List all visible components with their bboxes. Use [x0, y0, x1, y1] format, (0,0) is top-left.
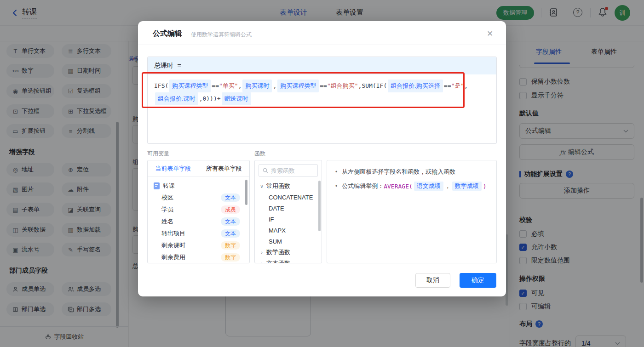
tip-close-paren: ) [483, 183, 487, 190]
tab-current-form-fields[interactable]: 当前表单字段 [148, 160, 199, 176]
function-item[interactable]: CONCATENATE [255, 192, 322, 203]
variable-type-badge: 数字 [221, 253, 240, 262]
variable-type-badge: 文本 [221, 229, 240, 238]
cancel-button[interactable]: 取消 [415, 273, 450, 288]
variable-name: 姓名 [161, 217, 173, 226]
variable-name: 校区 [161, 193, 173, 202]
bullet-icon: • [335, 169, 337, 175]
tip-field-chip: 数学成绩 [452, 182, 482, 191]
variable-type-badge: 文本 [221, 193, 240, 202]
variable-name: 学员 [161, 205, 173, 214]
formula-body[interactable]: IFS(购买课程类型=="单买",购买课时,购买课程类型=="组合购买",SUM… [148, 74, 496, 110]
variable-name: 剩余课时 [161, 241, 185, 250]
variables-label: 可用变量 [147, 150, 169, 158]
formula-field-chip[interactable]: 组合报价.购买选择 [388, 80, 443, 92]
formula-editor[interactable]: 总课时 = IFS(购买课程类型=="单买",购买课时,购买课程类型=="组合购… [147, 57, 497, 144]
function-item[interactable]: DATE [255, 203, 322, 214]
tip-field-chip: 语文成绩 [414, 182, 443, 191]
variables-root-label: 转课 [163, 182, 175, 190]
formula-token: "组合购买" [327, 82, 358, 89]
formula-token: ,SUM(IF( [358, 82, 387, 89]
formula-token: , [238, 82, 242, 89]
modal-subtitle: 使用数学运算符编辑公式 [191, 31, 252, 39]
formula-field-chip[interactable]: 购买课程类型 [277, 80, 319, 92]
tab-all-form-fields[interactable]: 所有表单字段 [199, 160, 250, 176]
variables-list: 转课 校区文本 学员成员 姓名文本 转出项目文本 剩余课时数字 剩余费用数字 [148, 177, 249, 263]
app-root: 转课 表单设计 表单设置 数据管理 ? 训 表单外链 后端脚本 [0, 0, 644, 347]
formula-token: ,0)))+ [199, 95, 221, 102]
variable-item[interactable]: 学员成员 [148, 204, 249, 216]
bullet-icon: • [335, 183, 337, 189]
variable-type-badge: 成员 [221, 205, 240, 214]
variable-item[interactable]: 姓名文本 [148, 216, 249, 228]
formula-target-header: 总课时 = [148, 57, 496, 74]
variable-type-badge: 数字 [221, 241, 240, 250]
formula-token: == [320, 82, 327, 89]
tip-example-label: 公式编辑举例： [342, 182, 384, 190]
variable-item[interactable]: 剩余课时数字 [148, 239, 249, 251]
variables-tabs: 当前表单字段 所有表单字段 [148, 160, 249, 177]
function-item[interactable]: SUM [255, 236, 322, 247]
function-search-input[interactable] [271, 167, 312, 174]
formula-token: , [464, 82, 468, 89]
function-group-label: 常用函数 [266, 182, 290, 190]
variable-name: 转出项目 [161, 229, 185, 238]
function-item[interactable]: MAPX [255, 225, 322, 236]
modal-header: 公式编辑 使用数学运算符编辑公式 ✕ [138, 21, 506, 45]
formula-token: == [444, 82, 451, 89]
variable-item[interactable]: 剩余费用数字 [148, 251, 249, 263]
functions-panel: ∨常用函数 CONCATENATE DATE IF MAPX SUM ›数学函数… [254, 160, 322, 263]
formula-line-2: 组合报价.课时,0)))+赠送课时 [154, 92, 490, 105]
variables-scrollbar[interactable] [245, 180, 247, 205]
formula-editor-modal: 公式编辑 使用数学运算符编辑公式 ✕ 总课时 = IFS(购买课程类型=="单买… [138, 21, 506, 296]
variables-panel: 当前表单字段 所有表单字段 转课 校区文本 学员成员 姓名文本 转出项目文本 剩… [147, 160, 250, 263]
formula-token: IFS( [154, 82, 168, 89]
formula-token: "是" [451, 82, 465, 89]
modal-title: 公式编辑 [153, 29, 182, 39]
function-group-common[interactable]: ∨常用函数 [255, 181, 322, 192]
formula-field-chip[interactable]: 购买课程类型 [169, 80, 211, 92]
formula-field-chip[interactable]: 购买课时 [242, 80, 272, 92]
formula-line-1: IFS(购买课程类型=="单买",购买课时,购买课程类型=="组合购买",SUM… [154, 80, 490, 92]
function-group-text[interactable]: ›文本函数 [255, 258, 322, 263]
tip-function-name: AVERAGE( [384, 183, 413, 190]
tip-comma: ， [445, 182, 451, 190]
function-search[interactable] [259, 164, 318, 177]
form-doc-icon [154, 182, 160, 189]
tip-line-2: •公式编辑举例：AVERAGE(语文成绩，数学成绩) [335, 182, 488, 191]
chevron-right-icon: › [259, 261, 264, 263]
tips-panel: •从左侧面板选择字段名和函数，或输入函数 •公式编辑举例：AVERAGE(语文成… [327, 160, 497, 263]
variables-root-item[interactable]: 转课 [148, 180, 249, 192]
functions-label: 函数 [254, 150, 265, 158]
functions-scrollbar[interactable] [318, 181, 321, 231]
function-group-math[interactable]: ›数学函数 [255, 247, 322, 258]
formula-token: == [212, 82, 219, 89]
tip-text: 从左侧面板选择字段名和函数，或输入函数 [342, 168, 455, 176]
variable-item[interactable]: 校区文本 [148, 192, 249, 204]
function-group-label: 文本函数 [266, 259, 290, 263]
formula-token: , [273, 82, 276, 89]
variable-type-badge: 文本 [221, 217, 240, 226]
chevron-down-icon: ∨ [259, 183, 264, 189]
formula-token: "单买" [219, 82, 238, 89]
chevron-right-icon: › [259, 250, 264, 255]
close-icon[interactable]: ✕ [487, 29, 493, 39]
variable-item[interactable]: 转出项目文本 [148, 228, 249, 239]
tip-line-1: •从左侧面板选择字段名和函数，或输入函数 [335, 168, 488, 176]
variable-name: 剩余费用 [161, 253, 185, 262]
confirm-button[interactable]: 确定 [460, 273, 496, 288]
function-group-label: 数学函数 [266, 248, 290, 256]
function-item[interactable]: IF [255, 214, 322, 225]
formula-field-chip[interactable]: 组合报价.课时 [155, 92, 198, 105]
formula-field-chip[interactable]: 赠送课时 [222, 92, 251, 105]
search-icon [263, 168, 268, 173]
